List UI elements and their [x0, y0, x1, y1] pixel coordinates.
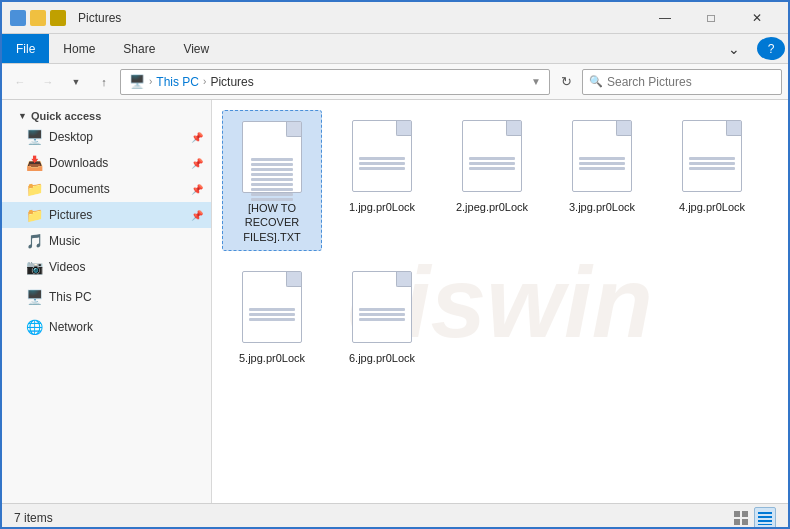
file-label-3: 3.jpg.pr0Lock — [569, 200, 635, 214]
doc-line-7 — [251, 188, 293, 191]
file-label-6: 6.jpg.pr0Lock — [349, 351, 415, 365]
sidebar-documents-label: Documents — [49, 182, 110, 196]
sidebar-music-label: Music — [49, 234, 80, 248]
large-icons-view-button[interactable] — [730, 507, 752, 529]
path-computer-icon: 🖥️ — [129, 74, 145, 89]
sidebar-item-documents[interactable]: 📁 Documents 📌 — [2, 176, 211, 202]
doc-line-5 — [251, 178, 293, 181]
downloads-pin-icon: 📌 — [191, 158, 203, 169]
close-button[interactable]: ✕ — [734, 2, 780, 34]
sidebar-this-pc-label: This PC — [49, 290, 92, 304]
sidebar: ▼ Quick access 🖥️ Desktop 📌 📥 Downloads … — [2, 100, 212, 503]
status-bar: 7 items — [2, 503, 788, 529]
documents-icon: 📁 — [26, 181, 43, 197]
sidebar-item-pictures[interactable]: 📁 Pictures 📌 — [2, 202, 211, 228]
file-item-4[interactable]: 4.jpg.pr0Lock — [662, 110, 762, 251]
forward-button[interactable]: → — [36, 70, 60, 94]
file-icon-3-wrapper — [566, 116, 638, 196]
doc-line-6 — [251, 183, 293, 186]
app-icon-blue — [10, 10, 26, 26]
file-area: ciswin — [212, 100, 788, 503]
svg-rect-5 — [758, 516, 772, 518]
details-view-button[interactable] — [754, 507, 776, 529]
maximize-button[interactable]: □ — [688, 2, 734, 34]
menu-help-btn[interactable]: ? — [757, 37, 785, 60]
search-box: 🔍 — [582, 69, 782, 95]
sidebar-downloads-label: Downloads — [49, 156, 108, 170]
network-icon: 🌐 — [26, 319, 43, 335]
downloads-icon: 📥 — [26, 155, 43, 171]
menu-tab-file[interactable]: File — [2, 34, 49, 63]
menu-tab-view[interactable]: View — [169, 34, 223, 63]
address-bar: ← → ▼ ↑ 🖥️ › This PC › Pictures ▼ ↻ 🔍 — [2, 64, 788, 100]
file-item-3[interactable]: 3.jpg.pr0Lock — [552, 110, 652, 251]
menu-expand-btn[interactable]: ⌄ — [714, 34, 754, 63]
file-label-4: 4.jpg.pr0Lock — [679, 200, 745, 214]
menu-tab-share[interactable]: Share — [109, 34, 169, 63]
file-item-txt[interactable]: [HOW TO RECOVER FILES].TXT — [222, 110, 322, 251]
file-icon-6-wrapper — [346, 267, 418, 347]
sidebar-videos-label: Videos — [49, 260, 85, 274]
sidebar-network-label: Network — [49, 320, 93, 334]
doc-line-1 — [251, 158, 293, 161]
app-icon-gold — [50, 10, 66, 26]
sidebar-item-network[interactable]: 🌐 Network — [2, 314, 211, 340]
title-bar: Pictures — □ ✕ — [2, 2, 788, 34]
sidebar-item-videos[interactable]: 📷 Videos — [2, 254, 211, 280]
file-item-6[interactable]: 6.jpg.pr0Lock — [332, 261, 432, 371]
quick-access-chevron: ▼ — [18, 111, 27, 121]
file-icon-2 — [462, 120, 522, 192]
file-icon-txt-wrapper — [236, 117, 308, 197]
this-pc-icon: 🖥️ — [26, 289, 43, 305]
up-button[interactable]: ↑ — [92, 70, 116, 94]
sidebar-item-downloads[interactable]: 📥 Downloads 📌 — [2, 150, 211, 176]
app-icon-yellow — [30, 10, 46, 26]
doc-lines — [249, 144, 295, 201]
file-label-txt: [HOW TO RECOVER FILES].TXT — [227, 201, 317, 244]
main-content: ▼ Quick access 🖥️ Desktop 📌 📥 Downloads … — [2, 100, 788, 503]
file-item-2[interactable]: 2.jpeg.pr0Lock — [442, 110, 542, 251]
view-buttons — [730, 507, 776, 529]
refresh-button[interactable]: ↻ — [554, 70, 578, 94]
file-icon-4-wrapper — [676, 116, 748, 196]
path-this-pc[interactable]: This PC — [156, 75, 199, 89]
file-item-1[interactable]: 1.jpg.pr0Lock — [332, 110, 432, 251]
back-button[interactable]: ← — [8, 70, 32, 94]
file-label-5: 5.jpg.pr0Lock — [239, 351, 305, 365]
address-path: 🖥️ › This PC › Pictures ▼ — [120, 69, 550, 95]
path-pictures[interactable]: Pictures — [210, 75, 253, 89]
search-input[interactable] — [607, 75, 775, 89]
sidebar-item-music[interactable]: 🎵 Music — [2, 228, 211, 254]
quick-access-label: Quick access — [31, 110, 101, 122]
sidebar-item-desktop[interactable]: 🖥️ Desktop 📌 — [2, 124, 211, 150]
dropdown-history-button[interactable]: ▼ — [64, 70, 88, 94]
quick-access-header[interactable]: ▼ Quick access — [2, 106, 211, 124]
doc-line-8 — [251, 193, 293, 196]
pictures-icon: 📁 — [26, 207, 43, 223]
grid-view-icon — [734, 511, 748, 525]
file-label-1: 1.jpg.pr0Lock — [349, 200, 415, 214]
doc-line-9 — [251, 198, 293, 201]
music-icon: 🎵 — [26, 233, 43, 249]
sidebar-desktop-label: Desktop — [49, 130, 93, 144]
svg-rect-6 — [758, 520, 772, 522]
file-icon-5 — [242, 271, 302, 343]
list-view-icon — [758, 511, 772, 525]
search-icon: 🔍 — [589, 75, 603, 88]
this-pc-section: 🖥️ This PC — [2, 284, 211, 310]
minimize-button[interactable]: — — [642, 2, 688, 34]
svg-rect-7 — [758, 524, 772, 525]
path-dropdown-icon[interactable]: ▼ — [531, 76, 541, 87]
sidebar-item-this-pc[interactable]: 🖥️ This PC — [2, 284, 211, 310]
file-icon-1 — [352, 120, 412, 192]
window-controls: — □ ✕ — [642, 2, 780, 34]
svg-rect-1 — [742, 511, 748, 517]
file-icon-5-wrapper — [236, 267, 308, 347]
menu-tab-home[interactable]: Home — [49, 34, 109, 63]
item-count: 7 items — [14, 511, 53, 525]
network-section: 🌐 Network — [2, 314, 211, 340]
svg-rect-3 — [742, 519, 748, 525]
desktop-icon: 🖥️ — [26, 129, 43, 145]
sidebar-pictures-label: Pictures — [49, 208, 92, 222]
file-item-5[interactable]: 5.jpg.pr0Lock — [222, 261, 322, 371]
